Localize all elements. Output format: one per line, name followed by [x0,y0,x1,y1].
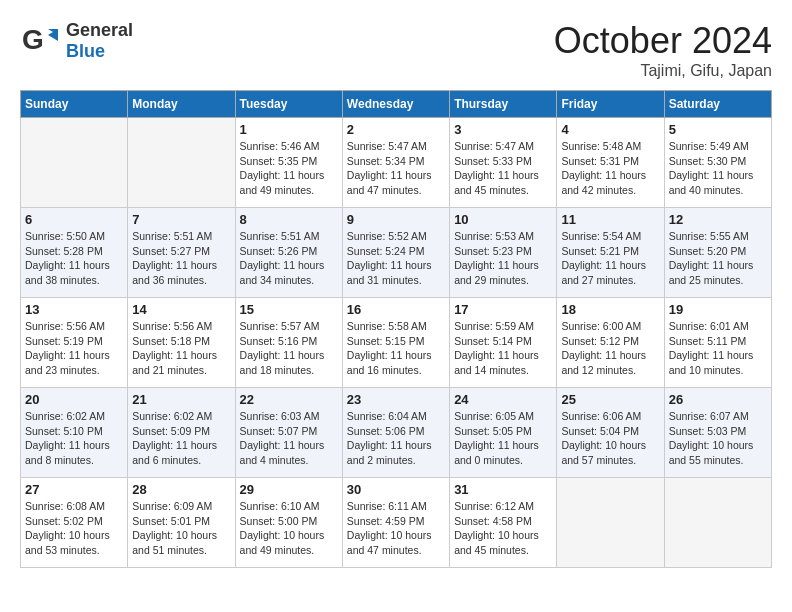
day-number: 12 [669,212,767,227]
calendar-week-row: 1Sunrise: 5:46 AM Sunset: 5:35 PM Daylig… [21,118,772,208]
day-number: 25 [561,392,659,407]
day-info: Sunrise: 5:47 AM Sunset: 5:34 PM Dayligh… [347,139,445,198]
day-info: Sunrise: 5:46 AM Sunset: 5:35 PM Dayligh… [240,139,338,198]
calendar-week-row: 13Sunrise: 5:56 AM Sunset: 5:19 PM Dayli… [21,298,772,388]
day-number: 9 [347,212,445,227]
day-number: 1 [240,122,338,137]
day-info: Sunrise: 5:56 AM Sunset: 5:18 PM Dayligh… [132,319,230,378]
day-number: 21 [132,392,230,407]
calendar-cell: 8Sunrise: 5:51 AM Sunset: 5:26 PM Daylig… [235,208,342,298]
calendar-cell: 28Sunrise: 6:09 AM Sunset: 5:01 PM Dayli… [128,478,235,568]
calendar-cell [557,478,664,568]
day-info: Sunrise: 6:07 AM Sunset: 5:03 PM Dayligh… [669,409,767,468]
weekday-header: Saturday [664,91,771,118]
day-number: 7 [132,212,230,227]
month-title: October 2024 [554,20,772,62]
calendar-cell: 30Sunrise: 6:11 AM Sunset: 4:59 PM Dayli… [342,478,449,568]
day-info: Sunrise: 6:04 AM Sunset: 5:06 PM Dayligh… [347,409,445,468]
calendar-week-row: 27Sunrise: 6:08 AM Sunset: 5:02 PM Dayli… [21,478,772,568]
day-number: 22 [240,392,338,407]
calendar-cell: 9Sunrise: 5:52 AM Sunset: 5:24 PM Daylig… [342,208,449,298]
day-info: Sunrise: 5:57 AM Sunset: 5:16 PM Dayligh… [240,319,338,378]
day-number: 5 [669,122,767,137]
calendar-cell: 16Sunrise: 5:58 AM Sunset: 5:15 PM Dayli… [342,298,449,388]
calendar-table: SundayMondayTuesdayWednesdayThursdayFrid… [20,90,772,568]
day-number: 6 [25,212,123,227]
calendar-cell: 19Sunrise: 6:01 AM Sunset: 5:11 PM Dayli… [664,298,771,388]
calendar-cell: 3Sunrise: 5:47 AM Sunset: 5:33 PM Daylig… [450,118,557,208]
calendar-cell: 5Sunrise: 5:49 AM Sunset: 5:30 PM Daylig… [664,118,771,208]
calendar-cell: 10Sunrise: 5:53 AM Sunset: 5:23 PM Dayli… [450,208,557,298]
day-info: Sunrise: 6:05 AM Sunset: 5:05 PM Dayligh… [454,409,552,468]
calendar-cell: 1Sunrise: 5:46 AM Sunset: 5:35 PM Daylig… [235,118,342,208]
weekday-header: Thursday [450,91,557,118]
day-number: 2 [347,122,445,137]
day-info: Sunrise: 5:52 AM Sunset: 5:24 PM Dayligh… [347,229,445,288]
day-info: Sunrise: 5:51 AM Sunset: 5:27 PM Dayligh… [132,229,230,288]
location: Tajimi, Gifu, Japan [554,62,772,80]
logo-blue: Blue [66,41,105,61]
day-number: 26 [669,392,767,407]
calendar-cell [664,478,771,568]
calendar-cell: 17Sunrise: 5:59 AM Sunset: 5:14 PM Dayli… [450,298,557,388]
day-number: 19 [669,302,767,317]
day-info: Sunrise: 6:02 AM Sunset: 5:09 PM Dayligh… [132,409,230,468]
calendar-cell [128,118,235,208]
calendar-week-row: 20Sunrise: 6:02 AM Sunset: 5:10 PM Dayli… [21,388,772,478]
calendar-cell: 20Sunrise: 6:02 AM Sunset: 5:10 PM Dayli… [21,388,128,478]
day-number: 18 [561,302,659,317]
day-info: Sunrise: 6:12 AM Sunset: 4:58 PM Dayligh… [454,499,552,558]
day-number: 11 [561,212,659,227]
day-info: Sunrise: 5:47 AM Sunset: 5:33 PM Dayligh… [454,139,552,198]
day-info: Sunrise: 6:01 AM Sunset: 5:11 PM Dayligh… [669,319,767,378]
day-number: 20 [25,392,123,407]
logo: G General Blue [20,20,133,62]
calendar-cell [21,118,128,208]
day-info: Sunrise: 6:00 AM Sunset: 5:12 PM Dayligh… [561,319,659,378]
calendar-week-row: 6Sunrise: 5:50 AM Sunset: 5:28 PM Daylig… [21,208,772,298]
weekday-header: Monday [128,91,235,118]
day-info: Sunrise: 5:51 AM Sunset: 5:26 PM Dayligh… [240,229,338,288]
day-info: Sunrise: 6:06 AM Sunset: 5:04 PM Dayligh… [561,409,659,468]
day-info: Sunrise: 6:10 AM Sunset: 5:00 PM Dayligh… [240,499,338,558]
day-info: Sunrise: 6:03 AM Sunset: 5:07 PM Dayligh… [240,409,338,468]
logo-icon: G [20,21,60,61]
day-number: 29 [240,482,338,497]
day-number: 28 [132,482,230,497]
calendar-cell: 14Sunrise: 5:56 AM Sunset: 5:18 PM Dayli… [128,298,235,388]
day-info: Sunrise: 5:59 AM Sunset: 5:14 PM Dayligh… [454,319,552,378]
day-number: 31 [454,482,552,497]
day-info: Sunrise: 6:08 AM Sunset: 5:02 PM Dayligh… [25,499,123,558]
day-number: 15 [240,302,338,317]
day-info: Sunrise: 5:58 AM Sunset: 5:15 PM Dayligh… [347,319,445,378]
day-number: 16 [347,302,445,317]
day-number: 8 [240,212,338,227]
day-info: Sunrise: 5:53 AM Sunset: 5:23 PM Dayligh… [454,229,552,288]
calendar-cell: 22Sunrise: 6:03 AM Sunset: 5:07 PM Dayli… [235,388,342,478]
calendar-cell: 18Sunrise: 6:00 AM Sunset: 5:12 PM Dayli… [557,298,664,388]
calendar-cell: 13Sunrise: 5:56 AM Sunset: 5:19 PM Dayli… [21,298,128,388]
title-block: October 2024 Tajimi, Gifu, Japan [554,20,772,80]
day-info: Sunrise: 6:02 AM Sunset: 5:10 PM Dayligh… [25,409,123,468]
calendar-cell: 12Sunrise: 5:55 AM Sunset: 5:20 PM Dayli… [664,208,771,298]
calendar-cell: 4Sunrise: 5:48 AM Sunset: 5:31 PM Daylig… [557,118,664,208]
logo-general: General [66,20,133,40]
weekday-header: Wednesday [342,91,449,118]
calendar-header-row: SundayMondayTuesdayWednesdayThursdayFrid… [21,91,772,118]
day-info: Sunrise: 5:50 AM Sunset: 5:28 PM Dayligh… [25,229,123,288]
day-number: 27 [25,482,123,497]
day-number: 24 [454,392,552,407]
day-info: Sunrise: 5:48 AM Sunset: 5:31 PM Dayligh… [561,139,659,198]
day-number: 14 [132,302,230,317]
day-number: 3 [454,122,552,137]
day-number: 23 [347,392,445,407]
calendar-cell: 25Sunrise: 6:06 AM Sunset: 5:04 PM Dayli… [557,388,664,478]
calendar-cell: 15Sunrise: 5:57 AM Sunset: 5:16 PM Dayli… [235,298,342,388]
calendar-cell: 26Sunrise: 6:07 AM Sunset: 5:03 PM Dayli… [664,388,771,478]
calendar-cell: 7Sunrise: 5:51 AM Sunset: 5:27 PM Daylig… [128,208,235,298]
calendar-cell: 6Sunrise: 5:50 AM Sunset: 5:28 PM Daylig… [21,208,128,298]
calendar-cell: 24Sunrise: 6:05 AM Sunset: 5:05 PM Dayli… [450,388,557,478]
svg-text:G: G [22,24,44,55]
day-info: Sunrise: 5:56 AM Sunset: 5:19 PM Dayligh… [25,319,123,378]
day-number: 17 [454,302,552,317]
